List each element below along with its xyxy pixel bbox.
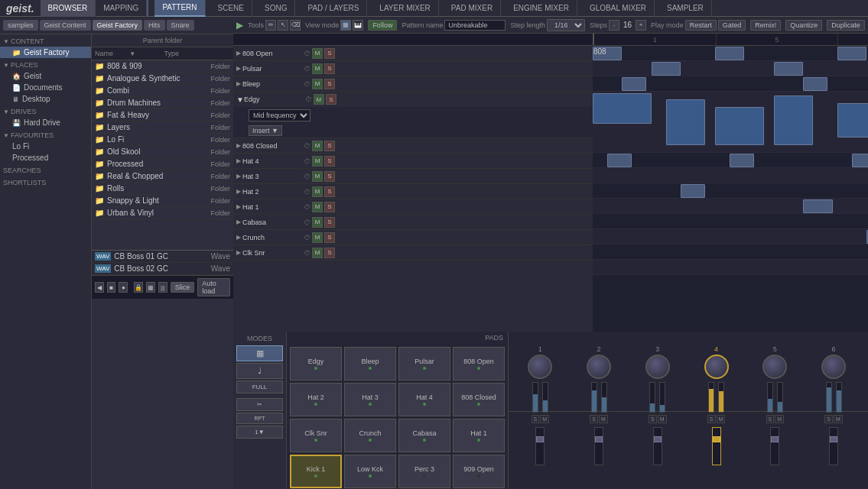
record-icon[interactable]: ● bbox=[119, 282, 128, 293]
pad-clk-snr[interactable]: Clk Snr bbox=[290, 419, 342, 452]
track-solo-clk-snr[interactable]: S bbox=[324, 248, 335, 258]
engine-4-knob[interactable] bbox=[704, 355, 729, 379]
tab-pattern[interactable]: PATTERN bbox=[154, 0, 205, 17]
track-solo-bleep[interactable]: S bbox=[324, 79, 335, 89]
tab-browser[interactable]: BROWSER bbox=[41, 0, 96, 17]
table-row[interactable]: 📁Fat & HeavyFolder bbox=[92, 109, 233, 121]
track-mute-crunch[interactable]: M bbox=[312, 232, 323, 243]
pad-bleep[interactable]: Bleep bbox=[344, 347, 396, 381]
prev-icon[interactable]: ◀ bbox=[95, 282, 104, 293]
grid-view-icon[interactable]: ▦ bbox=[146, 282, 155, 293]
grid-view-btn[interactable]: ▦ bbox=[340, 20, 351, 31]
edgy-insert-btn[interactable]: Insert ▼ bbox=[249, 125, 282, 136]
tab-mapping[interactable]: MAPPING bbox=[96, 0, 147, 17]
track-mute-hat4[interactable]: M bbox=[312, 156, 323, 167]
fader-1-track[interactable] bbox=[535, 427, 545, 465]
track-solo-hat2[interactable]: S bbox=[324, 186, 335, 197]
track-play-808-closed[interactable]: ▶ bbox=[236, 142, 241, 149]
pad-808-open[interactable]: 808 Open bbox=[453, 347, 505, 381]
track-mute-clk-snr[interactable]: M bbox=[312, 248, 323, 258]
fader-2-track[interactable] bbox=[594, 427, 603, 465]
grid-row-808-closed[interactable] bbox=[593, 153, 868, 168]
engine-2-knob[interactable] bbox=[587, 355, 611, 379]
track-play-808-open[interactable]: ▶ bbox=[236, 50, 241, 57]
eraser-tool[interactable]: ⌫ bbox=[290, 20, 301, 31]
table-row[interactable]: 📁LayersFolder bbox=[92, 121, 233, 134]
track-solo-808-open[interactable]: S bbox=[324, 48, 335, 59]
grid-row-bleep[interactable] bbox=[593, 76, 868, 92]
pad-909-open[interactable]: 909 Open bbox=[453, 455, 505, 488]
track-solo-pulsar[interactable]: S bbox=[324, 63, 335, 74]
engine-1-knob[interactable] bbox=[528, 355, 552, 379]
pad-hat4[interactable]: Hat 4 bbox=[398, 383, 450, 416]
table-row[interactable]: 📁Urban & VinylFolder bbox=[92, 207, 233, 219]
sidebar-item-processed[interactable]: Processed bbox=[0, 152, 91, 164]
pad-perc3[interactable]: Perc 3 bbox=[398, 455, 450, 488]
grid-row-crunch[interactable] bbox=[593, 244, 868, 260]
bc-geist-factory[interactable]: Geist Factory bbox=[93, 20, 143, 31]
track-mute-808-closed[interactable]: M bbox=[312, 141, 323, 151]
track-solo-edgy[interactable]: S bbox=[326, 94, 336, 105]
grid-row-hat4[interactable] bbox=[593, 168, 868, 183]
track-solo-hat3[interactable]: S bbox=[324, 171, 335, 182]
mode-step-btn[interactable]: 1▼ bbox=[236, 426, 283, 439]
mode-full-btn[interactable]: FULL bbox=[236, 381, 283, 393]
mode-slice-btn[interactable]: ✂ bbox=[236, 398, 283, 411]
sidebar-item-geist[interactable]: 🏠 Geist bbox=[0, 70, 91, 82]
pad-cabasa[interactable]: Cabasa bbox=[398, 419, 450, 452]
sidebar-item-geist-factory[interactable]: 📁 Geist Factory bbox=[0, 47, 91, 58]
track-solo-crunch[interactable]: S bbox=[324, 232, 335, 243]
grid-row-hat2[interactable] bbox=[593, 199, 868, 214]
track-play-edgy[interactable]: ▼ bbox=[236, 96, 244, 104]
pencil-tool[interactable]: ✏ bbox=[265, 20, 276, 31]
track-solo-hat1[interactable]: S bbox=[324, 202, 335, 212]
steps-decrease[interactable]: - bbox=[609, 20, 619, 31]
grid-row-cabasa[interactable] bbox=[593, 229, 868, 244]
track-play-bleep[interactable]: ▶ bbox=[236, 80, 241, 87]
bc-snare[interactable]: Snare bbox=[167, 20, 194, 31]
follow-button[interactable]: Follow bbox=[368, 20, 397, 31]
mode-grid-btn[interactable]: ▦ bbox=[236, 345, 283, 361]
play-button[interactable]: ▶ bbox=[236, 20, 243, 31]
mode-note-btn[interactable]: ♩ bbox=[236, 363, 283, 379]
tab-sampler[interactable]: SAMPLER bbox=[659, 0, 712, 17]
stop-icon[interactable]: ■ bbox=[107, 282, 116, 293]
grid-row-808-open[interactable]: 808 bbox=[593, 46, 868, 61]
table-row[interactable]: 📁808 & 909Folder bbox=[92, 60, 233, 73]
grid-row-hat3[interactable] bbox=[593, 183, 868, 199]
track-solo-808-closed[interactable]: S bbox=[324, 141, 335, 151]
sidebar-item-hard-drive[interactable]: 💾 Hard Drive bbox=[0, 117, 91, 128]
pad-hat3[interactable]: Hat 3 bbox=[344, 383, 396, 416]
remix-button[interactable]: Remix! bbox=[750, 20, 781, 31]
engine-6-knob[interactable] bbox=[821, 355, 846, 379]
waveform-icon[interactable]: ||| bbox=[158, 282, 167, 293]
grid-row-edgy[interactable] bbox=[593, 92, 868, 153]
fader-6-track[interactable] bbox=[829, 427, 838, 465]
tab-song[interactable]: SONG bbox=[257, 0, 295, 17]
pad-edgy[interactable]: Edgy bbox=[290, 347, 342, 381]
track-mute-bleep[interactable]: M bbox=[312, 79, 323, 89]
table-row[interactable]: 📁Real & ChoppedFolder bbox=[92, 170, 233, 183]
tab-global-mixer[interactable]: GLOBAL MIXER bbox=[582, 0, 655, 17]
track-mute-hat1[interactable]: M bbox=[312, 202, 323, 212]
engine-3-knob[interactable] bbox=[645, 355, 670, 379]
track-play-pulsar[interactable]: ▶ bbox=[236, 65, 241, 72]
grid-row-hat1[interactable] bbox=[593, 214, 868, 229]
pad-kick1[interactable]: Kick 1 bbox=[290, 455, 342, 488]
list-item[interactable]: WAVCB Boss 02 GCWave bbox=[92, 263, 233, 275]
pad-crunch[interactable]: Crunch bbox=[344, 419, 396, 452]
tab-layer-mixer[interactable]: LAYER MIXER bbox=[372, 0, 439, 17]
table-row[interactable]: 📁Old SkoolFolder bbox=[92, 146, 233, 158]
track-mute-hat2[interactable]: M bbox=[312, 186, 323, 197]
pad-pulsar[interactable]: Pulsar bbox=[398, 347, 450, 381]
fader-5-track[interactable] bbox=[770, 427, 779, 465]
quantize-button[interactable]: Quantize bbox=[785, 20, 822, 31]
track-mute-808-open[interactable]: M bbox=[312, 48, 323, 59]
tab-pad-layers[interactable]: PAD / LAYERS bbox=[300, 0, 367, 17]
table-row[interactable]: 📁Drum MachinesFolder bbox=[92, 97, 233, 109]
sidebar-item-lo-fi[interactable]: Lo Fi bbox=[0, 141, 91, 152]
select-tool[interactable]: ↖ bbox=[278, 20, 288, 31]
list-item[interactable]: WAVCB Boss 01 GCWave bbox=[92, 251, 233, 263]
table-row[interactable]: 📁Analogue & SyntheticFolder bbox=[92, 73, 233, 85]
lock-icon[interactable]: 🔒 bbox=[134, 282, 143, 293]
